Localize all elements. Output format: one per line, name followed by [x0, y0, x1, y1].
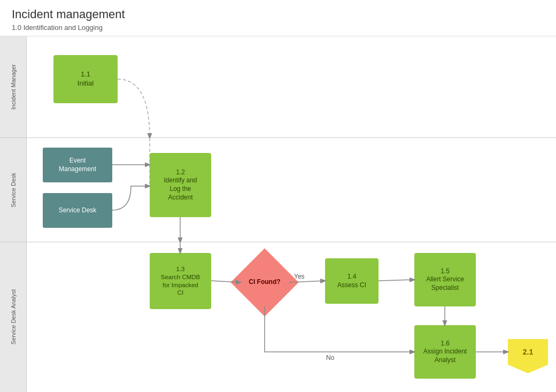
page-subtitle: 1.0 Identification and Logging: [12, 24, 544, 32]
shape-1-6-assign[interactable]: 1.6 Assign Incident Analyst: [414, 325, 476, 379]
diagram-area: Incident Manager 1.1 Initial: [0, 36, 556, 392]
lane-content-analyst: 1.3 Search CMDB for Impacked CI CI Found…: [27, 242, 556, 392]
arrow-11-to-12: [118, 79, 150, 138]
header: Incident management 1.0 Identification a…: [0, 0, 556, 36]
lane-content-incident-manager: 1.1 Initial: [27, 36, 556, 137]
arrow-cifound-no-16: [265, 306, 414, 352]
shape-1-5-alert[interactable]: 1.5 Allert Service Specialist: [414, 253, 476, 306]
arrow-14-15: [379, 280, 414, 281]
lane-label-service-desk: Service Desk: [0, 138, 27, 242]
lane3-arrows: Yes No: [27, 242, 556, 392]
lane-analyst: Service Desk Analyst 1.3 Search CMDB for…: [0, 242, 556, 392]
shape-ci-found[interactable]: CI Found?: [230, 248, 298, 316]
page: Incident management 1.0 Identification a…: [0, 0, 556, 392]
shape-1-4-assess[interactable]: 1.4 Assess CI: [325, 258, 379, 304]
shape-service-desk-node[interactable]: Service Desk: [43, 193, 112, 228]
label-no: No: [326, 354, 335, 362]
lane-service-desk: Service Desk Event Management Service De…: [0, 138, 556, 242]
page-title: Incident management: [12, 7, 544, 21]
arrow-servicedesk-to-12: [112, 186, 150, 210]
lane-content-service-desk: Event Management Service Desk 1.2 Identi…: [27, 138, 556, 242]
shape-1-2-identify[interactable]: 1.2 Identify and Log the Accident: [150, 153, 211, 217]
shape-1-1-initial[interactable]: 1.1 Initial: [53, 55, 118, 103]
shape-2-1[interactable]: 2.1: [508, 330, 548, 373]
shape-1-3-search[interactable]: 1.3 Search CMDB for Impacked CI: [150, 253, 211, 309]
lane-incident-manager: Incident Manager 1.1 Initial: [0, 36, 556, 138]
lane-label-analyst: Service Desk Analyst: [0, 242, 27, 392]
shape-event-management[interactable]: Event Management: [43, 148, 112, 182]
lane-label-incident-manager: Incident Manager: [0, 36, 27, 137]
